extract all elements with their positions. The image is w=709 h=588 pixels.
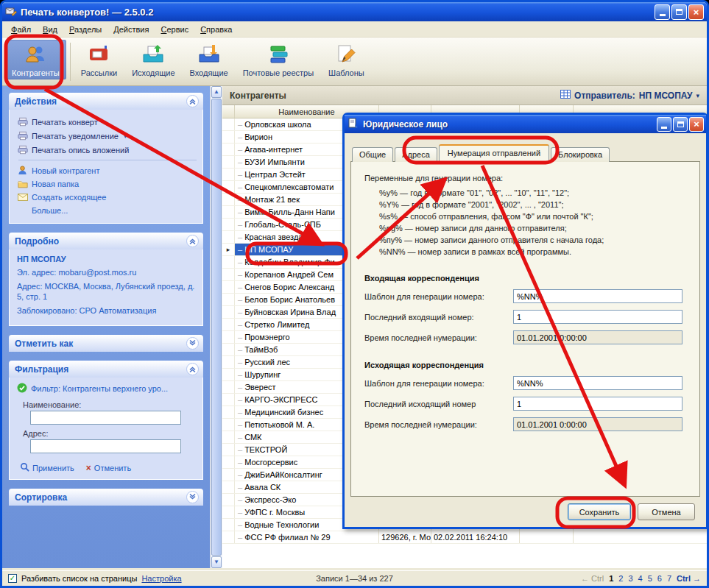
details-contact-name: НП МСОПАУ: [17, 255, 198, 263]
incoming-last-number-label: Последний входящий номер:: [364, 313, 513, 322]
pager-page[interactable]: 6: [657, 574, 662, 583]
chevron-up-icon[interactable]: [186, 95, 199, 107]
chevron-down-icon[interactable]: [186, 491, 199, 503]
filter-name-input[interactable]: [30, 411, 181, 425]
menu-sections[interactable]: Разделы: [63, 23, 107, 36]
pager-next[interactable]: Ctrl →: [677, 574, 701, 583]
action-print-inventory[interactable]: Печатать опись вложений: [17, 143, 198, 157]
pager-page[interactable]: 3: [628, 574, 632, 583]
toolbar-incoming-button[interactable]: Входящие: [183, 40, 235, 79]
scroll-down-arrow[interactable]: ▼: [211, 556, 222, 568]
incoming-last-time-field: [513, 330, 682, 344]
panel-details-header[interactable]: Подробно: [9, 233, 203, 249]
scrollbar-thumb[interactable]: [211, 99, 222, 556]
pager-page[interactable]: 5: [648, 574, 652, 583]
action-label: Печатать уведомление: [32, 132, 119, 141]
close-button[interactable]: ×: [688, 4, 704, 20]
toolbar-registers-button[interactable]: Почтовые реестры: [236, 40, 320, 79]
panel-actions-header[interactable]: Действия: [9, 93, 203, 110]
row-marker: [222, 481, 235, 493]
tab-panel-numbering: Переменные для генерации номера: %y% — г…: [350, 161, 700, 497]
row-marker: [222, 419, 235, 431]
panel-mark-as: Отметить как: [9, 335, 203, 352]
paginate-checkbox[interactable]: ✓: [8, 574, 17, 583]
menubar: Файл Вид Разделы Действия Сервис Справка: [2, 21, 707, 38]
sidebar-scrollbar[interactable]: ▲ ▼: [210, 86, 222, 568]
templates-icon: [334, 43, 358, 66]
tab-numbering[interactable]: Нумерация отправлений: [439, 144, 549, 162]
toolbar-outgoing-button[interactable]: Исходящие: [125, 40, 181, 79]
action-create-outgoing[interactable]: Создать исходящее: [17, 191, 198, 204]
settings-link[interactable]: Настройка: [141, 574, 181, 583]
toolbar-mailings-button[interactable]: Рассылки: [74, 40, 124, 79]
dialog-minimize-button[interactable]: [657, 117, 671, 132]
toolbar: Контрагенты Рассылки Исходящие Входящие …: [2, 38, 707, 86]
incoming-template-input[interactable]: [513, 289, 682, 303]
pager-page[interactable]: 2: [618, 574, 623, 583]
menu-service[interactable]: Сервис: [155, 23, 194, 36]
filter-address-label: Адрес:: [23, 429, 198, 438]
action-new-folder[interactable]: Новая папка: [17, 177, 198, 191]
row-marker: [222, 181, 235, 193]
dropdown-arrow-icon[interactable]: ▾: [103, 118, 107, 126]
row-marker: [222, 506, 235, 518]
outgoing-last-number-input[interactable]: [513, 397, 682, 411]
contact-name-cell[interactable]: –ФСС РФ филиал № 29: [235, 531, 379, 543]
toolbar-templates-button[interactable]: Шаблоны: [322, 40, 371, 79]
panel-sort-header[interactable]: Сортировка: [9, 489, 203, 506]
dialog-maximize-button[interactable]: [673, 117, 688, 132]
action-more[interactable]: Больше...: [17, 204, 198, 217]
outgoing-template-input[interactable]: [513, 376, 682, 390]
chevron-up-icon[interactable]: [186, 235, 199, 247]
dialog-titlebar[interactable]: Юридическое лицо ×: [345, 115, 706, 133]
cancel-filter-button[interactable]: × Отменить: [86, 462, 131, 473]
minimize-button[interactable]: [655, 4, 670, 20]
incoming-last-time-label: Время последней нумерации:: [364, 333, 513, 342]
variable-line: %s% — способ отправления, факсом "Ф" или…: [379, 210, 689, 222]
row-marker: [222, 456, 235, 468]
action-label: Печатать опись вложений: [32, 146, 129, 155]
chevron-up-icon[interactable]: [186, 363, 199, 375]
menu-help[interactable]: Справка: [194, 23, 238, 36]
toolbar-contacts-button[interactable]: Контрагенты: [5, 40, 66, 79]
panel-filter: Фильтрация Фильтр: Контрагенты верхнего …: [9, 361, 203, 480]
menu-view[interactable]: Вид: [37, 23, 63, 36]
action-new-contact[interactable]: Новый контрагент: [17, 163, 198, 177]
filter-address-input[interactable]: [30, 439, 181, 453]
dropdown-arrow-icon[interactable]: ▾: [124, 132, 127, 140]
save-button[interactable]: Сохранить: [568, 503, 631, 520]
table-cell: 129626, г. Мо...: [379, 531, 431, 543]
menu-actions[interactable]: Действия: [107, 23, 155, 36]
tab-blocking[interactable]: Блокировка: [551, 147, 610, 162]
sender-label: Отправитель:: [574, 91, 635, 101]
incoming-last-number-input[interactable]: [513, 310, 682, 324]
tab-addresses[interactable]: Адреса: [395, 147, 437, 162]
dialog-tabs: Общие Адреса Нумерация отправлений Блоки…: [352, 144, 700, 161]
titlebar[interactable]: Печать конвертов! — 2.5.0.2 ×: [2, 2, 707, 21]
scroll-up-arrow[interactable]: ▲: [211, 86, 222, 98]
chevron-down-icon[interactable]: [186, 337, 199, 350]
app-window: Печать конвертов! — 2.5.0.2 × Файл Вид Р…: [0, 0, 709, 588]
maximize-button[interactable]: [671, 4, 687, 20]
tab-general[interactable]: Общие: [352, 147, 393, 162]
action-print-envelope[interactable]: Печатать конверт ▾: [17, 115, 198, 129]
pager-page[interactable]: 1: [609, 574, 613, 583]
registers-icon: [267, 43, 290, 66]
pager-page[interactable]: 7: [667, 574, 671, 583]
table-row[interactable]: –ФСС РФ филиал № 29129626, г. Мо...02.02…: [222, 531, 707, 544]
menu-file[interactable]: Файл: [5, 23, 37, 36]
pager-page[interactable]: 4: [638, 574, 643, 583]
divider: [18, 160, 197, 160]
action-print-notice[interactable]: Печатать уведомление ▾: [17, 129, 198, 143]
panel-mark-as-header[interactable]: Отметить как: [9, 335, 203, 352]
panel-filter-header[interactable]: Фильтрация: [9, 361, 203, 378]
apply-filter-button[interactable]: Применить: [20, 462, 74, 473]
filter-summary[interactable]: Фильтр: Контрагенты верхнего уро...: [17, 383, 198, 394]
dialog-close-button[interactable]: ×: [689, 117, 704, 132]
dialog-icon: [348, 118, 359, 130]
details-email[interactable]: Эл. адрес: mobaru@post.mos.ru: [17, 267, 198, 277]
legal-entity-dialog: Юридическое лицо × Общие Адреса Нумераци…: [342, 113, 708, 529]
row-marker: [222, 469, 235, 481]
sender-selector[interactable]: Отправитель: НП МСОПАУ ▾: [560, 90, 699, 101]
cancel-button[interactable]: Отмена: [638, 503, 695, 520]
